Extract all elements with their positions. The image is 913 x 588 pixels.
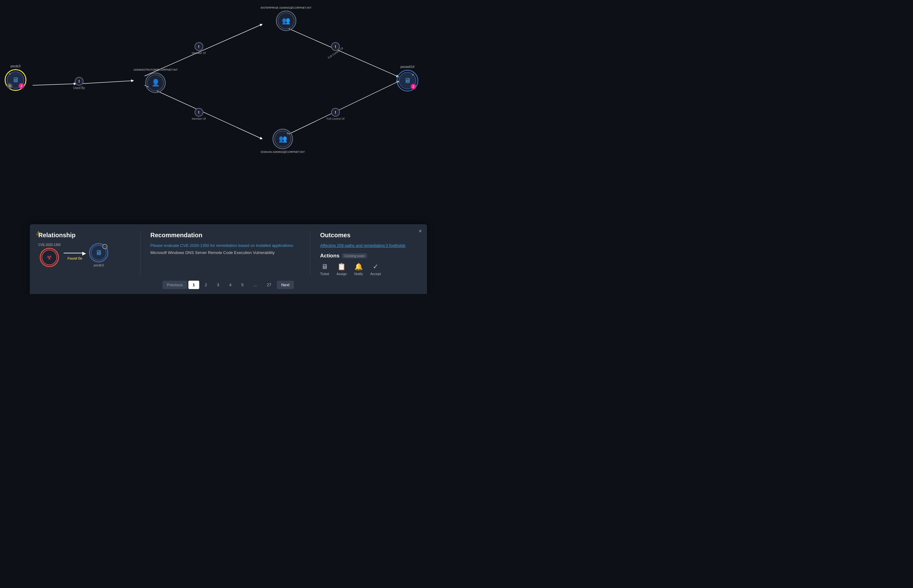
page-5-button[interactable]: 5	[237, 281, 248, 289]
member-of-bot-label: Member Of	[192, 117, 206, 120]
cve-inner-circle: ☣	[42, 250, 57, 265]
enterprise-admins-outer: 👥	[276, 11, 296, 31]
graph-area: pocdc3 🖥 ⚙ ① 2 ! Used By ADMINISTRATOR@C…	[0, 0, 456, 180]
actions-buttons: 🖥 Ticket 📋 Assign 🔔 Notify ✓ Accept	[320, 263, 411, 276]
notify-button[interactable]: 🔔 Notify	[354, 263, 363, 276]
exclaim-full-control-bot-circle: !	[331, 108, 340, 116]
accept-label: Accept	[371, 272, 381, 276]
page-4-button[interactable]: 4	[225, 281, 236, 289]
pocdc3-rel-outer: 🖥 ⊙	[89, 243, 108, 262]
page-3-button[interactable]: 3	[212, 281, 223, 289]
outcomes-link[interactable]: Affecting 209 paths and remediating 0 fo…	[320, 243, 411, 248]
svg-line-1	[81, 81, 133, 84]
pocws014-node[interactable]: pocws014 🖥 ⊕ 2	[397, 65, 418, 92]
pocdc3-rel-node: 🖥 ⊙ pocdc3	[89, 243, 108, 267]
ticket-label: Ticket	[320, 272, 329, 276]
actions-section: Actions Coming soon 🖥 Ticket 📋 Assign 🔔 …	[320, 253, 411, 276]
arrow-shaft	[64, 253, 82, 254]
computer-icon-pocws: 🖥	[404, 77, 411, 85]
exclaim-circle-used-by: !	[75, 77, 84, 86]
group-icon-enterprise: 👥	[282, 17, 290, 25]
modal-panel: × ⚠ Relationship CVE-2020-1350 ☣ ▶	[30, 224, 427, 294]
accept-button[interactable]: ✓ Accept	[371, 263, 381, 276]
biohazard-icon: ☣	[46, 254, 52, 262]
pocdc3-rel-label: pocdc3	[94, 263, 104, 267]
relationship-column: Relationship CVE-2020-1350 ☣ ▶ Found	[39, 232, 138, 276]
exclaim-member-top[interactable]: ! Member Of	[192, 42, 206, 55]
arrow-line: ▶	[64, 250, 86, 256]
recommendation-desc: Microsoft Windows DNS Server Remote Code…	[151, 250, 300, 255]
assign-label: Assign	[337, 272, 346, 276]
found-on-label: Found On	[68, 257, 82, 260]
divider-1	[140, 232, 141, 276]
modal-columns: Relationship CVE-2020-1350 ☣ ▶ Found	[39, 232, 418, 276]
actions-header: Actions Coming soon	[320, 253, 411, 259]
gray-badge: ①	[7, 83, 12, 89]
domain-admins-label: DOMAIN ADMINS@CORPNET.INT	[261, 150, 305, 153]
rel-arrow: ▶ Found On	[64, 250, 86, 260]
pocws014-inner: 🖥 ⊕ 2	[399, 72, 416, 89]
full-control-bot-label: Full Control Of	[327, 117, 345, 120]
hazard-icon: ⚠	[36, 230, 41, 237]
cve-label: CVE-2020-1350	[39, 243, 61, 247]
pocdc3-rel-inner: 🖥 ⊙	[91, 245, 107, 260]
administrator-label: ADMINISTRATOR@CORPNET.INT	[133, 68, 178, 71]
ticket-icon: 🖥	[321, 263, 328, 271]
notify-label: Notify	[354, 272, 363, 276]
recommendation-link[interactable]: Please evaluate CVE-2020-1350 for remedi…	[151, 243, 300, 248]
exclaim-full-control-bot[interactable]: ! Full Control Of	[327, 108, 345, 120]
exclaim-member-top-circle: !	[194, 42, 203, 51]
pocws014-label: pocws014	[400, 65, 414, 69]
page-2-button[interactable]: 2	[201, 281, 211, 289]
computer-icon-rel: 🖥	[95, 249, 102, 257]
exclaim-member-bot-circle: !	[194, 108, 203, 116]
pocdc3-outer-ring: 🖥 ⚙ ① 2	[5, 69, 26, 91]
coming-soon-badge: Coming soon	[342, 254, 367, 258]
settings-icon: ⚙	[9, 73, 11, 75]
enterprise-admins-label: ENTERPRISE ADMINS@CORPNET.INT	[261, 6, 312, 9]
wifi-icon: ⊕	[287, 132, 289, 135]
used-by-label: Used By	[73, 86, 85, 90]
exclaim-member-bot[interactable]: ! Member Of	[192, 108, 206, 120]
pagination: Previous 1 2 3 4 5 ... 27 Next	[39, 281, 418, 289]
pocdc3-node[interactable]: pocdc3 🖥 ⚙ ① 2	[5, 65, 26, 91]
next-button[interactable]: Next	[277, 281, 294, 289]
enterprise-admins-inner: 👥	[278, 12, 295, 29]
exclaim-full-control-top[interactable]: ! Full Control Of	[327, 42, 345, 55]
recommendation-column: Recommendation Please evaluate CVE-2020-…	[143, 232, 308, 276]
pocws-pink-badge: 2	[411, 84, 416, 89]
cve-outer-ring: ☣	[40, 248, 59, 267]
enterprise-admins-node[interactable]: ENTERPRISE ADMINS@CORPNET.INT 👥	[261, 6, 312, 31]
ticket-button[interactable]: 🖥 Ticket	[320, 263, 329, 276]
notify-icon: 🔔	[355, 263, 363, 271]
page-1-button[interactable]: 1	[188, 281, 199, 289]
page-27-button[interactable]: 27	[262, 281, 275, 289]
outcomes-column: Outcomes Affecting 209 paths and remedia…	[313, 232, 418, 276]
assign-button[interactable]: 📋 Assign	[337, 263, 346, 276]
computer-icon: 🖥	[12, 76, 19, 84]
assign-icon: 📋	[337, 263, 346, 271]
recommendation-title: Recommendation	[151, 232, 300, 239]
arrow-head: ▶	[82, 250, 86, 256]
administrator-outer: 👤	[145, 73, 166, 93]
member-of-top-label: Member Of	[192, 52, 206, 55]
dots: ...	[249, 281, 261, 289]
pocdc3-inner-circle: 🖥 ⚙ ① 2	[7, 71, 24, 89]
previous-button[interactable]: Previous	[163, 281, 187, 289]
svg-line-0	[32, 84, 76, 85]
administrator-inner: 👤	[147, 74, 164, 91]
group-icon-domain: 👥	[279, 135, 287, 143]
target-badge: ⊙	[102, 244, 107, 249]
graph-svg	[0, 0, 456, 180]
pocdc3-label: pocdc3	[11, 65, 21, 68]
user-icon: 👤	[151, 79, 160, 87]
cve-node: CVE-2020-1350 ☣	[39, 243, 61, 267]
pocws014-outer: 🖥 ⊕ 2	[397, 70, 418, 92]
relationship-diagram: CVE-2020-1350 ☣ ▶ Found On	[39, 243, 130, 267]
exclaim-used-by-node[interactable]: ! Used By	[73, 77, 85, 90]
outcomes-title: Outcomes	[320, 232, 411, 239]
actions-title: Actions	[320, 253, 340, 259]
domain-admins-node[interactable]: 👥 ⊕ DOMAIN ADMINS@CORPNET.INT	[261, 129, 305, 155]
close-button[interactable]: ×	[419, 228, 422, 234]
administrator-node[interactable]: ADMINISTRATOR@CORPNET.INT 👤	[133, 68, 178, 93]
